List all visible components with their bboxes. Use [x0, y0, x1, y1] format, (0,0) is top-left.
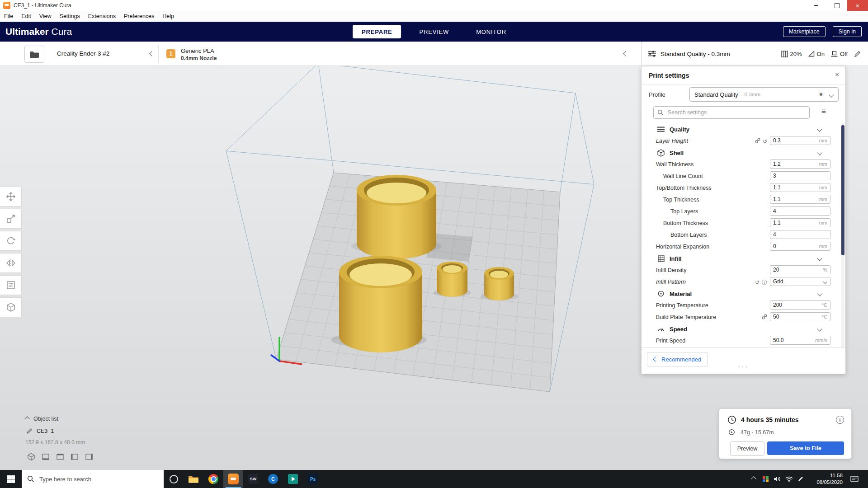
- menu-view[interactable]: View: [35, 11, 56, 22]
- move-tool-button[interactable]: [0, 187, 22, 206]
- model-cylinder-back[interactable]: [357, 175, 436, 259]
- move-icon: [6, 192, 16, 202]
- menu-help[interactable]: Help: [158, 11, 178, 22]
- save-to-file-button[interactable]: Save to File: [767, 441, 844, 455]
- setting-value-field[interactable]: 4: [770, 230, 830, 239]
- setting-unit: mm: [819, 138, 827, 143]
- model-cylinder-front[interactable]: [339, 256, 422, 352]
- action-center-button[interactable]: [844, 475, 864, 483]
- start-button[interactable]: [0, 470, 22, 488]
- view-top-button[interactable]: [55, 452, 65, 462]
- model-cylinder-small-left[interactable]: [437, 262, 467, 297]
- chevron-left-icon: [653, 357, 658, 361]
- panel-drag-handle[interactable]: ···: [738, 363, 749, 371]
- minimize-button[interactable]: [806, 0, 826, 11]
- setting-value-field[interactable]: 50°C: [770, 312, 830, 321]
- recommended-mode-button[interactable]: Recommended: [647, 352, 708, 366]
- view-left-button[interactable]: [70, 452, 80, 462]
- setting-value-field[interactable]: 1.1mm: [770, 218, 830, 227]
- view-front-button[interactable]: [41, 452, 51, 462]
- menu-file[interactable]: File: [0, 11, 17, 22]
- setting-value-field[interactable]: 1.2mm: [770, 160, 830, 169]
- model-cylinder-small-right[interactable]: [484, 267, 514, 300]
- sign-in-button[interactable]: Sign in: [833, 26, 862, 37]
- material-selector[interactable]: 1 Generic PLA 0.4mm Nozzle: [159, 42, 632, 66]
- maximize-button[interactable]: [826, 0, 847, 11]
- cortana-button[interactable]: [164, 470, 184, 488]
- link-icon[interactable]: [755, 137, 760, 145]
- rotate-tool-button[interactable]: [0, 231, 22, 251]
- scale-tool-button[interactable]: [0, 209, 22, 229]
- info-icon[interactable]: ⓘ: [762, 278, 767, 286]
- settings-section-quality[interactable]: Quality: [642, 123, 840, 135]
- settings-menu-icon[interactable]: ≡: [821, 107, 826, 116]
- taskbar-clock[interactable]: 11.58 08/05/2020: [807, 472, 844, 486]
- tray-app-icon[interactable]: [760, 476, 771, 482]
- taskbar-chrome[interactable]: [203, 470, 223, 488]
- print-settings-summary[interactable]: Standard Quality - 0.3mm 20% On Off: [641, 42, 868, 66]
- per-model-settings-button[interactable]: [0, 275, 22, 295]
- object-list-toggle[interactable]: Object list: [25, 416, 58, 422]
- tab-prepare[interactable]: PREPARE: [353, 25, 401, 38]
- setting-value-field[interactable]: 3: [770, 171, 830, 180]
- info-icon[interactable]: i: [836, 416, 844, 424]
- taskbar-app-c[interactable]: C: [263, 470, 283, 488]
- setting-value-field[interactable]: 200°C: [770, 300, 830, 310]
- open-file-button[interactable]: [24, 46, 44, 63]
- setting-value-field[interactable]: 20%: [770, 265, 830, 274]
- tab-monitor[interactable]: MONITOR: [467, 25, 515, 38]
- setting-value-field[interactable]: 1.1mm: [770, 195, 830, 204]
- taskbar-search[interactable]: [22, 470, 164, 488]
- setting-label: Top/Bottom Thickness: [656, 185, 712, 191]
- menu-extensions[interactable]: Extensions: [84, 11, 120, 22]
- settings-search-input[interactable]: [667, 109, 795, 116]
- taskbar-photoshop[interactable]: Ps: [303, 470, 323, 488]
- reset-icon[interactable]: ↺: [755, 278, 760, 286]
- settings-section-infill[interactable]: Infill: [642, 253, 840, 264]
- menu-edit[interactable]: Edit: [17, 11, 35, 22]
- profile-dropdown[interactable]: Standard Quality - 0.3mm ★: [689, 87, 839, 102]
- setting-value-field[interactable]: 0mm: [770, 242, 830, 251]
- link-icon[interactable]: [762, 313, 767, 321]
- tray-expand-button[interactable]: [748, 477, 760, 481]
- photoshop-icon: Ps: [308, 474, 318, 484]
- marketplace-button[interactable]: Marketplace: [783, 26, 826, 37]
- support-blocker-button[interactable]: [0, 297, 22, 317]
- setting-value-field[interactable]: Grid: [770, 277, 830, 286]
- settings-section-speed[interactable]: Speed: [642, 323, 840, 335]
- setting-value-field[interactable]: 4: [770, 206, 830, 216]
- volume-icon[interactable]: [771, 476, 783, 482]
- scrollbar-thumb[interactable]: [841, 125, 844, 255]
- settings-section-shell[interactable]: Shell: [642, 147, 840, 159]
- settings-search[interactable]: [653, 106, 810, 119]
- view-3d-button[interactable]: [26, 452, 36, 462]
- pen-icon[interactable]: [795, 476, 807, 482]
- setting-value: 4: [773, 208, 776, 214]
- taskbar-cura-active[interactable]: [223, 470, 243, 488]
- setting-value-field[interactable]: 50.0mm/s: [770, 336, 830, 345]
- setting-value-field[interactable]: 1.1mm: [770, 183, 830, 192]
- view-right-button[interactable]: [84, 452, 94, 462]
- taskbar-file-explorer[interactable]: [184, 470, 203, 488]
- taskbar-search-input[interactable]: [38, 475, 149, 483]
- star-icon[interactable]: ★: [818, 91, 824, 98]
- setting-value-field[interactable]: 0.3mm: [770, 136, 830, 145]
- app-logo: Ultimaker Cura: [5, 22, 72, 42]
- menu-preferences[interactable]: Preferences: [120, 11, 158, 22]
- window-title-bar: CE3_1 - Ultimaker Cura ×: [0, 0, 868, 11]
- network-icon[interactable]: [783, 476, 795, 482]
- reset-icon[interactable]: ↺: [763, 137, 767, 145]
- menu-settings[interactable]: Settings: [56, 11, 84, 22]
- pencil-icon[interactable]: [854, 51, 861, 57]
- mirror-tool-button[interactable]: [0, 253, 22, 273]
- printer-name: Creality Ender-3 #2: [57, 42, 109, 66]
- taskbar-app-teal[interactable]: [283, 470, 303, 488]
- printer-selector[interactable]: Creality Ender-3 #2: [47, 42, 158, 66]
- close-button[interactable]: ×: [847, 0, 868, 11]
- settings-section-material[interactable]: Material: [642, 288, 840, 300]
- object-list-item[interactable]: CE3_1: [26, 428, 54, 434]
- close-icon[interactable]: ×: [835, 70, 839, 78]
- taskbar-solidworks[interactable]: SW: [243, 470, 263, 488]
- preview-button[interactable]: Preview: [730, 441, 764, 456]
- tab-preview[interactable]: PREVIEW: [410, 25, 458, 38]
